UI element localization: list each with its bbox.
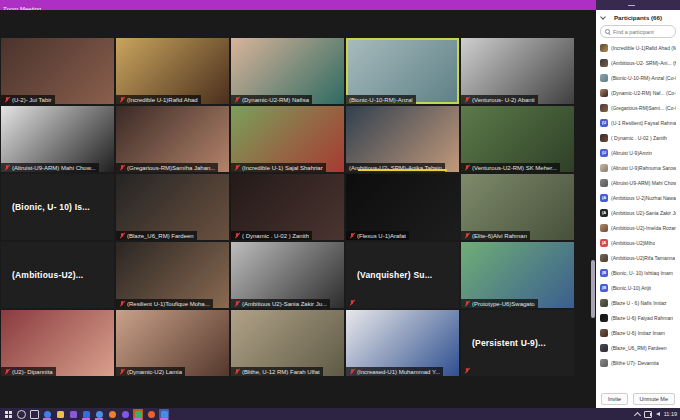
video-tile[interactable]: (Dynamic-U2-RM) Nafisa [231, 38, 344, 104]
video-tile[interactable]: (Venturous- U-2) Abanti [461, 38, 574, 104]
video-tile[interactable]: (Incredible U-1)Rafid Ahad [116, 38, 229, 104]
participant-row[interactable]: (A (Ambitious U2)-Sania Zakir Jui [596, 205, 680, 220]
participant-row[interactable]: (B (Bionic,U-10) Arijit [596, 280, 680, 295]
taskbar-icon-cortana[interactable] [16, 409, 26, 420]
participant-row[interactable]: (Bionic-U-10-RM)-Anzal (Co-ho... [596, 70, 680, 85]
taskbar-icon-app-purple[interactable] [68, 409, 78, 420]
participant-row[interactable]: (Incredible U-1)Rafid Ahad (Me... [596, 40, 680, 55]
invite-button[interactable]: Invite [601, 393, 628, 405]
minimize-icon[interactable] [628, 5, 635, 6]
taskbar-icon-whatsapp[interactable] [133, 409, 143, 420]
muted-mic-icon [464, 164, 470, 171]
muted-mic-icon [349, 232, 355, 239]
participant-row[interactable]: (Blaze U-6) Imtiaz Imam [596, 325, 680, 340]
participant-row[interactable]: (Blaze U-6) Faiyad Rahman [596, 310, 680, 325]
muted-mic-icon [119, 164, 125, 171]
taskbar-icon-zoom[interactable] [159, 409, 169, 420]
taskbar-icon-start[interactable] [3, 409, 13, 420]
participant-name: (Dynamic-U2-RM) Nafisa [242, 97, 309, 103]
participants-list[interactable]: (Incredible U-1)Rafid Ahad (Me... (Ambit… [596, 40, 680, 390]
participant-row[interactable]: (Blaze_U6_RM) Fardeen [596, 340, 680, 355]
taskbar-icon-firefox[interactable] [107, 409, 117, 420]
video-tile[interactable]: (Bionic, U- 10) Is... [1, 174, 114, 240]
participant-row[interactable]: (Ambitious-U2)-Imelda Rozario [596, 220, 680, 235]
muted-mic-icon [349, 368, 355, 375]
video-tile[interactable]: ( Dynamic . U-02 ) Zanith [231, 174, 344, 240]
participant-row[interactable]: (Ambitious-U2- SRM)-Ani... (Ho... [596, 55, 680, 70]
taskbar-icon-opera[interactable] [146, 409, 156, 420]
avatar: (A [600, 239, 608, 247]
participant-row[interactable]: (B (Bionic, U- 10) Ishtiaq Imam [596, 265, 680, 280]
video-tile[interactable]: (Dynamic-U2) Lamia [116, 310, 229, 376]
video-tile[interactable]: (Altruist-U9-ARM) Mahi Chow... [1, 106, 114, 172]
video-tile[interactable]: (Blithe, U-12 RM) Farah Ulfat [231, 310, 344, 376]
avatar [600, 344, 608, 352]
video-tile[interactable]: (U-2)- Jui Tabir [1, 38, 114, 104]
video-tile[interactable]: (Vanquisher) Su... [346, 242, 459, 308]
video-tile[interactable]: (Elite-6)Alvi Rahman [461, 174, 574, 240]
muted-mic-icon [4, 368, 10, 375]
participant-search-input[interactable] [613, 29, 671, 35]
video-tile[interactable]: (U2)- Dipannita [1, 310, 114, 376]
taskbar-icon-edge[interactable] [42, 409, 52, 420]
taskbar-icon-app-violet[interactable] [120, 409, 130, 420]
speaker-icon[interactable] [656, 412, 660, 416]
tile-display-name: (Bionic, U- 10) Is... [1, 174, 114, 240]
participant-row-name: (Altruist-U9-ARM) Mahi Chowd... [611, 180, 676, 186]
grid-scrollbar[interactable] [591, 38, 595, 376]
search-icon [605, 29, 610, 34]
video-tile[interactable]: (Increased-U1) Muhammad Y... [346, 310, 459, 376]
participant-row[interactable]: (U (U-1 Resilient) Faysal Rahman [596, 115, 680, 130]
participant-name: (Venturous-U2-RM) SK Meher... [472, 165, 557, 171]
participant-row[interactable]: (A (Ambitious-U2)Miho [596, 235, 680, 250]
video-tile[interactable]: (Prototype-U6)Swagato [461, 242, 574, 308]
video-tile[interactable]: (Persistent U-9)... [461, 310, 574, 376]
video-tile[interactable]: (Ambitious-U2- SRM)-Anika Tahsin [346, 106, 459, 172]
taskbar-icon-task-view[interactable] [29, 409, 39, 420]
participant-row-name: (Ambitious U2)-Sania Zakir Jui [611, 210, 676, 216]
video-tile[interactable]: (Resilient U-1)Toufique Moha... [116, 242, 229, 308]
participant-row[interactable]: (Altruist-U9-ARM) Mahi Chowd... [596, 175, 680, 190]
video-tile[interactable]: (Flexus U-1)Arafat [346, 174, 459, 240]
participant-row[interactable]: (Blithe U7)- Devamita [596, 355, 680, 370]
participant-row[interactable]: (Blaze U - 6) Nafis Imtiaz [596, 295, 680, 310]
taskbar-icon-explorer[interactable] [55, 409, 65, 420]
video-tile[interactable]: (Ambitious-U2)... [1, 242, 114, 308]
participant-row[interactable]: (Gregarious-RM)Sami... (Co-ho... [596, 100, 680, 115]
muted-mic-icon [4, 164, 10, 171]
taskbar-icon-app-blue[interactable] [94, 409, 104, 420]
participant-row-name: (Incredible U-1)Rafid Ahad (Me... [611, 45, 676, 51]
tile-name-label: (Gregarious-RM)Samiha Jahan... [116, 163, 218, 172]
avatar [600, 104, 608, 112]
video-tile[interactable]: (Venturous-U2-RM) SK Meher... [461, 106, 574, 172]
tile-name-label: (Increased-U1) Muhammad Y... [346, 367, 443, 376]
participant-row[interactable]: (Altruist U-9)Rahnuma Sarowar [596, 160, 680, 175]
participant-row[interactable]: (U (Altruist U-9)Amrin [596, 145, 680, 160]
muted-mic-icon [119, 368, 125, 375]
video-tile[interactable]: (Blaze_U6_RM) Fardeen [116, 174, 229, 240]
taskbar-icon-mail[interactable] [81, 409, 91, 420]
grid-scrollbar-thumb[interactable] [591, 260, 595, 318]
tile-name-label: (U2)- Dipannita [1, 367, 56, 376]
video-tile[interactable]: (Incredible U-1) Sajal Shahriar [231, 106, 344, 172]
participant-name: (Blaze_U6_RM) Fardeen [127, 233, 194, 239]
windows-taskbar: 11:19 [0, 408, 680, 420]
video-tile[interactable]: (Gregarious-RM)Samiha Jahan... [116, 106, 229, 172]
tray-chevron-up-icon[interactable] [634, 411, 641, 418]
participant-search-box[interactable] [600, 25, 676, 38]
avatar [600, 164, 608, 172]
clock[interactable]: 11:19 [664, 411, 677, 417]
participant-row[interactable]: (Dynamic-U2-RM) Naf... (Co-ho... [596, 85, 680, 100]
video-tile[interactable]: (Bionic-U-10-RM)-Anzal [346, 38, 459, 104]
participant-row[interactable]: ( Dynamic . U-02 ) Zanith [596, 130, 680, 145]
participant-row[interactable]: (A (Ambitious U-2)Nuzhat Nawar [596, 190, 680, 205]
participant-name: (U2)- Dipannita [12, 369, 53, 375]
chevron-down-icon[interactable] [601, 15, 605, 19]
participant-name: (Altruist-U9-ARM) Mahi Chow... [12, 165, 96, 171]
participant-row[interactable]: (Ambitious-U2)Rifa Tamanna [596, 250, 680, 265]
muted-mic-icon [349, 299, 355, 306]
video-tile[interactable]: (Ambitious U2)-Sania Zakir Ju... [231, 242, 344, 308]
participant-row-name: (Ambitious-U2)-Imelda Rozario [611, 225, 676, 231]
unmute-me-button[interactable]: Unmute Me [633, 393, 675, 405]
participant-name: (Bionic-U-10-RM)-Anzal [349, 97, 413, 103]
